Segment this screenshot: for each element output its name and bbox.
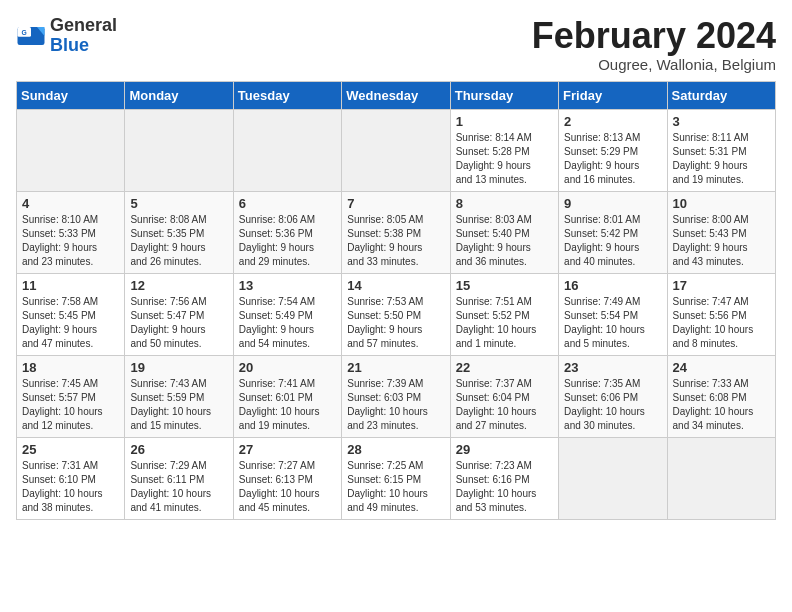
day-info: Sunrise: 8:13 AM Sunset: 5:29 PM Dayligh… [564,131,661,187]
day-header: Saturday [667,81,775,109]
day-info: Sunrise: 7:53 AM Sunset: 5:50 PM Dayligh… [347,295,444,351]
calendar-cell: 11Sunrise: 7:58 AM Sunset: 5:45 PM Dayli… [17,273,125,355]
day-info: Sunrise: 7:25 AM Sunset: 6:15 PM Dayligh… [347,459,444,515]
calendar-cell [342,109,450,191]
day-number: 3 [673,114,770,129]
day-info: Sunrise: 8:01 AM Sunset: 5:42 PM Dayligh… [564,213,661,269]
day-number: 20 [239,360,336,375]
day-number: 9 [564,196,661,211]
calendar-cell: 10Sunrise: 8:00 AM Sunset: 5:43 PM Dayli… [667,191,775,273]
day-number: 11 [22,278,119,293]
day-info: Sunrise: 7:47 AM Sunset: 5:56 PM Dayligh… [673,295,770,351]
day-number: 5 [130,196,227,211]
calendar-cell: 8Sunrise: 8:03 AM Sunset: 5:40 PM Daylig… [450,191,558,273]
calendar-cell: 15Sunrise: 7:51 AM Sunset: 5:52 PM Dayli… [450,273,558,355]
calendar-cell: 2Sunrise: 8:13 AM Sunset: 5:29 PM Daylig… [559,109,667,191]
calendar-cell: 13Sunrise: 7:54 AM Sunset: 5:49 PM Dayli… [233,273,341,355]
logo-text: General Blue [50,16,117,56]
calendar-cell: 3Sunrise: 8:11 AM Sunset: 5:31 PM Daylig… [667,109,775,191]
calendar-cell: 20Sunrise: 7:41 AM Sunset: 6:01 PM Dayli… [233,355,341,437]
logo-general: General [50,16,117,36]
day-info: Sunrise: 7:49 AM Sunset: 5:54 PM Dayligh… [564,295,661,351]
day-info: Sunrise: 7:31 AM Sunset: 6:10 PM Dayligh… [22,459,119,515]
logo-blue: Blue [50,36,117,56]
day-info: Sunrise: 7:39 AM Sunset: 6:03 PM Dayligh… [347,377,444,433]
calendar-cell: 28Sunrise: 7:25 AM Sunset: 6:15 PM Dayli… [342,437,450,519]
day-info: Sunrise: 7:29 AM Sunset: 6:11 PM Dayligh… [130,459,227,515]
day-number: 7 [347,196,444,211]
calendar-week: 25Sunrise: 7:31 AM Sunset: 6:10 PM Dayli… [17,437,776,519]
day-info: Sunrise: 7:33 AM Sunset: 6:08 PM Dayligh… [673,377,770,433]
subtitle: Ougree, Wallonia, Belgium [532,56,776,73]
day-header: Sunday [17,81,125,109]
day-number: 13 [239,278,336,293]
day-info: Sunrise: 7:43 AM Sunset: 5:59 PM Dayligh… [130,377,227,433]
calendar-cell: 22Sunrise: 7:37 AM Sunset: 6:04 PM Dayli… [450,355,558,437]
header-row: SundayMondayTuesdayWednesdayThursdayFrid… [17,81,776,109]
day-info: Sunrise: 8:08 AM Sunset: 5:35 PM Dayligh… [130,213,227,269]
calendar-week: 11Sunrise: 7:58 AM Sunset: 5:45 PM Dayli… [17,273,776,355]
calendar-cell: 21Sunrise: 7:39 AM Sunset: 6:03 PM Dayli… [342,355,450,437]
day-number: 16 [564,278,661,293]
day-info: Sunrise: 7:37 AM Sunset: 6:04 PM Dayligh… [456,377,553,433]
day-number: 12 [130,278,227,293]
day-number: 8 [456,196,553,211]
title-area: February 2024 Ougree, Wallonia, Belgium [532,16,776,73]
day-number: 18 [22,360,119,375]
day-header: Tuesday [233,81,341,109]
day-number: 26 [130,442,227,457]
main-title: February 2024 [532,16,776,56]
logo: G General Blue [16,16,117,56]
day-info: Sunrise: 8:14 AM Sunset: 5:28 PM Dayligh… [456,131,553,187]
calendar-cell [17,109,125,191]
calendar-week: 18Sunrise: 7:45 AM Sunset: 5:57 PM Dayli… [17,355,776,437]
day-number: 4 [22,196,119,211]
calendar-cell: 17Sunrise: 7:47 AM Sunset: 5:56 PM Dayli… [667,273,775,355]
header: G General Blue February 2024 Ougree, Wal… [16,16,776,73]
calendar-week: 4Sunrise: 8:10 AM Sunset: 5:33 PM Daylig… [17,191,776,273]
day-info: Sunrise: 8:00 AM Sunset: 5:43 PM Dayligh… [673,213,770,269]
calendar-cell: 24Sunrise: 7:33 AM Sunset: 6:08 PM Dayli… [667,355,775,437]
calendar-cell: 29Sunrise: 7:23 AM Sunset: 6:16 PM Dayli… [450,437,558,519]
day-number: 22 [456,360,553,375]
day-info: Sunrise: 7:56 AM Sunset: 5:47 PM Dayligh… [130,295,227,351]
day-number: 28 [347,442,444,457]
calendar-cell: 14Sunrise: 7:53 AM Sunset: 5:50 PM Dayli… [342,273,450,355]
day-header: Wednesday [342,81,450,109]
day-info: Sunrise: 7:27 AM Sunset: 6:13 PM Dayligh… [239,459,336,515]
calendar-cell: 1Sunrise: 8:14 AM Sunset: 5:28 PM Daylig… [450,109,558,191]
day-number: 15 [456,278,553,293]
day-info: Sunrise: 7:35 AM Sunset: 6:06 PM Dayligh… [564,377,661,433]
day-info: Sunrise: 8:05 AM Sunset: 5:38 PM Dayligh… [347,213,444,269]
calendar-cell [233,109,341,191]
day-info: Sunrise: 7:41 AM Sunset: 6:01 PM Dayligh… [239,377,336,433]
calendar-cell: 6Sunrise: 8:06 AM Sunset: 5:36 PM Daylig… [233,191,341,273]
day-number: 1 [456,114,553,129]
day-info: Sunrise: 8:06 AM Sunset: 5:36 PM Dayligh… [239,213,336,269]
day-number: 23 [564,360,661,375]
calendar-cell: 16Sunrise: 7:49 AM Sunset: 5:54 PM Dayli… [559,273,667,355]
day-info: Sunrise: 7:54 AM Sunset: 5:49 PM Dayligh… [239,295,336,351]
calendar-cell: 5Sunrise: 8:08 AM Sunset: 5:35 PM Daylig… [125,191,233,273]
calendar-cell: 26Sunrise: 7:29 AM Sunset: 6:11 PM Dayli… [125,437,233,519]
day-number: 2 [564,114,661,129]
svg-text:G: G [22,29,27,36]
calendar-cell: 12Sunrise: 7:56 AM Sunset: 5:47 PM Dayli… [125,273,233,355]
day-info: Sunrise: 8:11 AM Sunset: 5:31 PM Dayligh… [673,131,770,187]
day-info: Sunrise: 7:45 AM Sunset: 5:57 PM Dayligh… [22,377,119,433]
calendar-cell: 7Sunrise: 8:05 AM Sunset: 5:38 PM Daylig… [342,191,450,273]
day-number: 24 [673,360,770,375]
day-info: Sunrise: 7:51 AM Sunset: 5:52 PM Dayligh… [456,295,553,351]
day-number: 17 [673,278,770,293]
calendar-cell: 4Sunrise: 8:10 AM Sunset: 5:33 PM Daylig… [17,191,125,273]
calendar-cell: 23Sunrise: 7:35 AM Sunset: 6:06 PM Dayli… [559,355,667,437]
calendar-week: 1Sunrise: 8:14 AM Sunset: 5:28 PM Daylig… [17,109,776,191]
day-info: Sunrise: 7:23 AM Sunset: 6:16 PM Dayligh… [456,459,553,515]
calendar-cell: 27Sunrise: 7:27 AM Sunset: 6:13 PM Dayli… [233,437,341,519]
calendar-cell [559,437,667,519]
calendar-cell: 18Sunrise: 7:45 AM Sunset: 5:57 PM Dayli… [17,355,125,437]
day-number: 6 [239,196,336,211]
calendar-cell: 25Sunrise: 7:31 AM Sunset: 6:10 PM Dayli… [17,437,125,519]
logo-icon: G [16,21,46,51]
calendar-cell [125,109,233,191]
